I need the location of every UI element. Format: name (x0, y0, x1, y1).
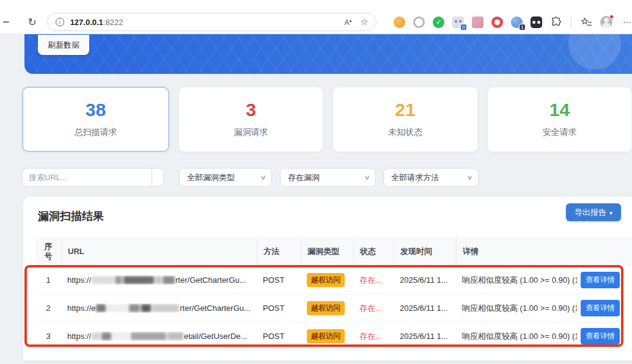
vuln-type-badge: 越权访问 (307, 273, 345, 287)
results-panel: 漏洞扫描结果 导出报告▾ 序号 URL 方法 漏洞类型 状态 发现时间 详情 1… (23, 197, 632, 360)
extension-badge1-icon[interactable]: 1 (511, 16, 523, 28)
col-header-status: 状态 (353, 237, 394, 266)
vuln-type-badge: 越权访问 (307, 329, 345, 343)
extension-badge-count: 0 (460, 24, 467, 31)
stat-value: 14 (549, 101, 570, 119)
row-method: POST (257, 304, 301, 313)
favorite-star-icon[interactable]: ☆ (361, 16, 369, 27)
search-submit-button[interactable] (152, 168, 164, 187)
row-vuln-type: 越权访问 (301, 273, 353, 287)
col-header-time: 发现时间 (394, 237, 456, 266)
redacted-url-segment (92, 276, 175, 284)
row-url: https://etail/GetUserDe... (61, 332, 257, 341)
vuln-status-select[interactable]: 存在漏洞 ∨ (280, 168, 376, 187)
stat-card-total[interactable]: 38 总扫描请求 (22, 87, 169, 152)
table-row[interactable]: 2 https://erter/GetCharterGu... POST 越权访… (35, 294, 632, 322)
extension-badge0-icon[interactable]: 0 (452, 16, 464, 28)
row-url: https://erter/GetCharterGu... (61, 304, 257, 313)
site-info-icon[interactable]: i (56, 18, 64, 26)
stat-card-vulnerable[interactable]: 3 漏洞请求 (178, 87, 323, 152)
browser-toolbar: ↻ i 127.0.0.1:8222 A▴ ☆ ✓ 0 1 ⋯ (0, 12, 632, 32)
extension-emoji-icon[interactable] (394, 16, 405, 28)
caret-down-icon: ▾ (609, 209, 612, 216)
export-report-button[interactable]: 导出报告▾ (566, 203, 621, 221)
profile-avatar[interactable] (600, 16, 612, 28)
back-icon[interactable] (3, 21, 9, 23)
row-time: 2025/6/11 1... (394, 332, 456, 341)
redacted-url-segment (92, 332, 183, 340)
search-url-input[interactable] (22, 168, 152, 187)
extension-row: ✓ 0 1 ⋯ (394, 16, 632, 28)
scanner-page: 刷新数据 38 总扫描请求 3 漏洞请求 21 未知状态 14 安全请求 全部漏… (0, 34, 632, 364)
address-bar[interactable]: i 127.0.0.1:8222 A▴ ☆ (47, 13, 377, 31)
stat-label: 漏洞请求 (234, 127, 268, 138)
row-detail: 响应相似度较高 (1.00 >= 0.90) (1... 查看详情 (456, 328, 632, 344)
stat-value: 21 (395, 101, 415, 119)
row-url: https://rter/GetCharterGu... (61, 275, 257, 285)
table-row[interactable]: 3 https://etail/GetUserDe... POST 越权访问 存… (35, 322, 632, 351)
read-aloud-icon[interactable]: A▴ (345, 18, 352, 27)
col-header-url: URL (61, 237, 257, 266)
view-detail-button[interactable]: 查看详情 (581, 300, 620, 316)
refresh-data-button[interactable]: 刷新数据 (38, 35, 89, 55)
stat-label: 未知状态 (388, 127, 422, 138)
results-title: 漏洞扫描结果 (38, 209, 104, 224)
chevron-down-icon: ∨ (364, 174, 370, 181)
col-header-no: 序号 (35, 237, 61, 266)
table-row[interactable]: 1 https://rter/GetCharterGu... POST 越权访问… (35, 266, 632, 294)
browser-menu-icon[interactable]: ⋯ (623, 17, 632, 27)
vuln-type-select-value: 全部漏洞类型 (187, 172, 235, 183)
redacted-url-segment (96, 304, 179, 312)
stat-label: 总扫描请求 (75, 127, 117, 138)
stat-value: 3 (246, 101, 256, 119)
browser-chrome: ↻ i 127.0.0.1:8222 A▴ ☆ ✓ 0 1 ⋯ (0, 0, 632, 34)
row-vuln-type: 越权访问 (301, 301, 353, 315)
row-status: 存在... (353, 331, 394, 342)
col-header-method: 方法 (257, 237, 301, 266)
request-method-select[interactable]: 全部请求方法 ∨ (383, 168, 479, 187)
vuln-status-select-value: 存在漏洞 (288, 172, 320, 183)
row-status: 存在... (353, 275, 394, 286)
row-status: 存在... (353, 303, 394, 314)
extension-pink-icon[interactable] (472, 16, 483, 28)
row-number: 1 (35, 275, 61, 285)
stat-card-unknown[interactable]: 21 未知状态 (333, 87, 478, 152)
results-table: 序号 URL 方法 漏洞类型 状态 发现时间 详情 1 https://rter… (35, 237, 632, 351)
url-search-group (22, 168, 164, 187)
extension-dark-icon[interactable] (531, 16, 542, 28)
extensions-puzzle-icon[interactable] (550, 16, 562, 28)
extension-ring-icon[interactable] (413, 16, 425, 28)
chevron-down-icon: ∨ (260, 174, 266, 181)
row-time: 2025/6/11 1... (394, 304, 456, 313)
row-vuln-type: 越权访问 (301, 329, 353, 343)
extension-red-icon[interactable] (491, 16, 503, 28)
toolbar-divider (571, 16, 571, 27)
decorative-circle (568, 34, 621, 70)
row-number: 3 (35, 332, 61, 341)
collections-icon[interactable] (581, 16, 592, 28)
stat-value: 38 (86, 101, 106, 119)
row-method: POST (257, 332, 301, 341)
page-header-banner: 刷新数据 (24, 34, 632, 74)
col-header-type: 漏洞类型 (301, 237, 353, 266)
view-detail-button[interactable]: 查看详情 (581, 272, 620, 288)
url-host: 127.0.0.1 (70, 18, 103, 27)
row-method: POST (257, 275, 301, 285)
url-port: :8222 (103, 18, 123, 27)
table-header-row: 序号 URL 方法 漏洞类型 状态 发现时间 详情 (35, 237, 632, 266)
row-number: 2 (35, 304, 61, 313)
request-method-select-value: 全部请求方法 (391, 172, 439, 183)
vuln-type-select[interactable]: 全部漏洞类型 ∨ (179, 168, 272, 187)
row-detail: 响应相似度较高 (1.00 >= 0.90) (1... 查看详情 (456, 272, 632, 288)
extension-check-icon[interactable]: ✓ (433, 16, 444, 28)
col-header-detail: 详情 (456, 237, 632, 266)
reload-icon[interactable]: ↻ (28, 17, 36, 27)
notification-dot (609, 15, 614, 19)
extension-badge-count: 1 (519, 24, 526, 31)
stat-label: 安全请求 (543, 127, 577, 138)
url-text[interactable]: 127.0.0.1:8222 (70, 18, 345, 27)
view-detail-button[interactable]: 查看详情 (581, 328, 620, 344)
row-detail: 响应相似度较高 (1.00 >= 0.90) (1... 查看详情 (456, 300, 632, 316)
row-time: 2025/6/11 1... (394, 275, 456, 285)
stat-card-safe[interactable]: 14 安全请求 (487, 87, 632, 152)
